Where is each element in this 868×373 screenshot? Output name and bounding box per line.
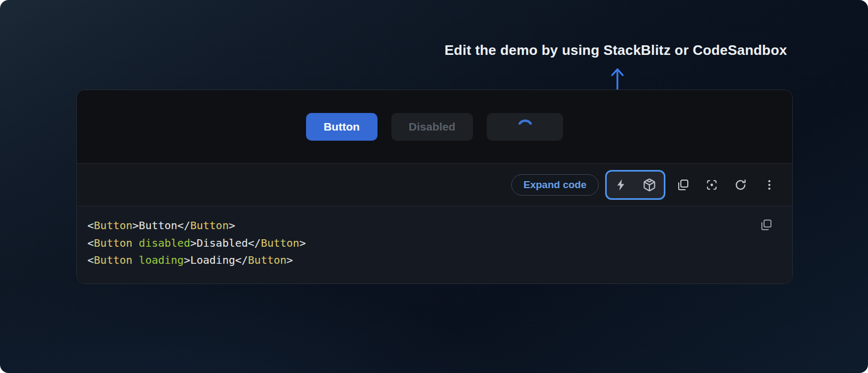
refresh-demo-button[interactable] bbox=[734, 178, 748, 192]
open-isolated-demo-button[interactable] bbox=[705, 178, 719, 192]
page-background: Edit the demo by using StackBlitz or Cod… bbox=[0, 0, 868, 373]
lightning-icon bbox=[615, 179, 628, 191]
scan-icon bbox=[705, 179, 718, 191]
codesandbox-button[interactable] bbox=[642, 178, 656, 192]
codesandbox-icon bbox=[642, 178, 656, 192]
code-line: <Button loading>Loading</Button> bbox=[87, 252, 755, 269]
demo-preview: Button Disabled bbox=[77, 90, 792, 163]
demo-button-loading[interactable] bbox=[487, 113, 563, 141]
demo-card: Button Disabled Expand code bbox=[76, 90, 793, 284]
demo-toolbar: Expand code bbox=[77, 163, 792, 206]
code-line: <Button>Button</Button> bbox=[87, 217, 755, 234]
expand-code-button[interactable]: Expand code bbox=[511, 174, 599, 196]
demo-button-disabled[interactable]: Disabled bbox=[391, 113, 473, 141]
code-lines: <Button>Button</Button><Button disabled>… bbox=[87, 217, 755, 269]
online-editor-group bbox=[605, 170, 665, 200]
stackblitz-button[interactable] bbox=[614, 178, 628, 192]
code-block: <Button>Button</Button><Button disabled>… bbox=[77, 206, 792, 283]
copy-icon bbox=[677, 179, 689, 191]
more-actions-button[interactable] bbox=[762, 178, 776, 192]
annotation-text: Edit the demo by using StackBlitz or Cod… bbox=[445, 42, 787, 59]
loading-spinner-icon bbox=[517, 118, 534, 135]
demo-button-primary[interactable]: Button bbox=[306, 113, 377, 141]
copy-icon bbox=[760, 218, 773, 231]
code-line: <Button disabled>Disabled</Button> bbox=[87, 234, 755, 252]
kebab-menu-icon bbox=[763, 179, 776, 191]
refresh-icon bbox=[734, 179, 747, 191]
copy-code-button[interactable] bbox=[759, 218, 773, 232]
copy-demo-code-button[interactable] bbox=[676, 178, 690, 192]
